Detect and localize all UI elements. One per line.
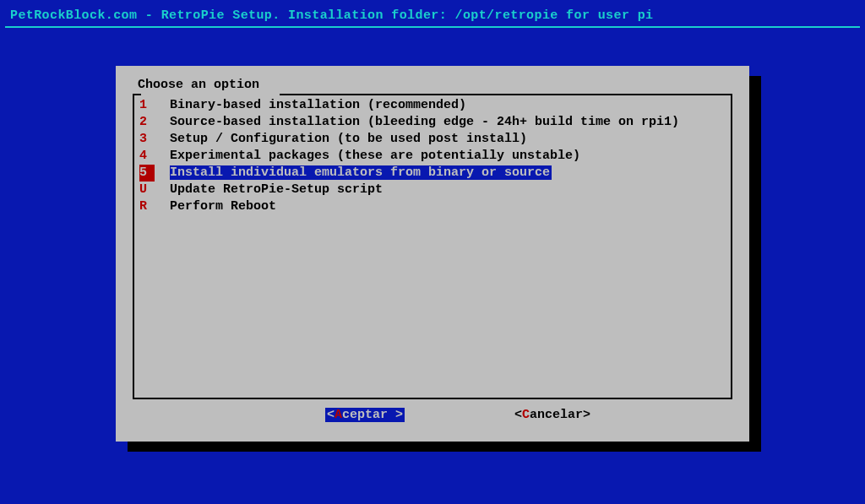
option-key: 3 bbox=[139, 131, 155, 148]
option-item[interactable]: 3 Setup / Configuration (to be used post… bbox=[139, 131, 726, 148]
accept-button[interactable]: <Aceptar > bbox=[325, 408, 405, 422]
option-key: U bbox=[139, 182, 155, 198]
option-label: Experimental packages (these are potenti… bbox=[170, 149, 580, 163]
option-item[interactable]: 2 Source-based installation (bleeding ed… bbox=[139, 114, 726, 131]
option-label: Perform Reboot bbox=[170, 199, 276, 214]
option-item[interactable]: 1 Binary-based installation (recommended… bbox=[139, 97, 726, 114]
cancel-button[interactable]: <Cancelar> bbox=[514, 408, 590, 422]
option-key: 5 bbox=[139, 165, 155, 182]
option-label: Update RetroPie-Setup script bbox=[170, 182, 383, 197]
option-key: 1 bbox=[139, 97, 155, 114]
dialog-prompt: Choose an option bbox=[133, 78, 732, 92]
option-item[interactable]: 5 Install individual emulators from bina… bbox=[139, 165, 726, 182]
option-key: 4 bbox=[139, 148, 155, 165]
option-item[interactable]: U Update RetroPie-Setup script bbox=[139, 182, 726, 198]
option-label: Setup / Configuration (to be used post i… bbox=[170, 132, 527, 146]
option-label: Source-based installation (bleeding edge… bbox=[170, 115, 679, 129]
dialog-container: Choose an option 1 Binary-based installa… bbox=[116, 66, 749, 442]
option-item[interactable]: 4 Experimental packages (these are poten… bbox=[139, 148, 726, 165]
options-list: 1 Binary-based installation (recommended… bbox=[133, 95, 732, 399]
options-dialog: Choose an option 1 Binary-based installa… bbox=[116, 66, 749, 442]
option-key: R bbox=[139, 198, 155, 215]
header-bar: PetRockBlock.com - RetroPie Setup. Insta… bbox=[5, 3, 860, 28]
option-label: Install individual emulators from binary… bbox=[170, 165, 552, 180]
option-key: 2 bbox=[139, 114, 155, 131]
button-row: <Aceptar > <Cancelar> bbox=[133, 408, 732, 422]
option-item[interactable]: R Perform Reboot bbox=[139, 198, 726, 215]
option-label: Binary-based installation (recommended) bbox=[170, 98, 466, 112]
